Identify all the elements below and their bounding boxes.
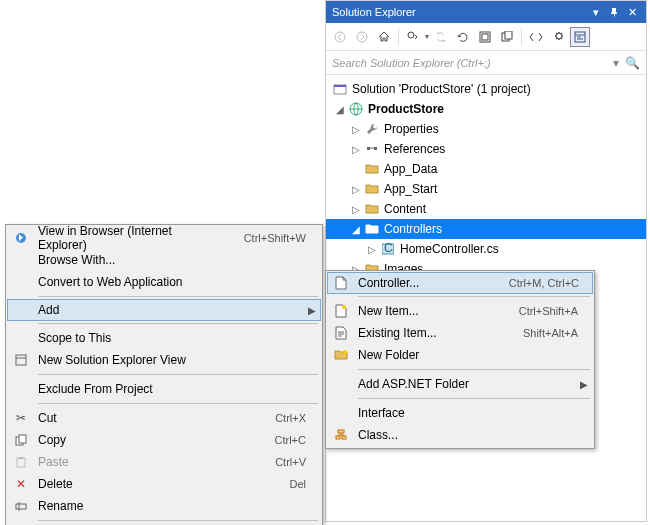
- folder-icon: [364, 221, 380, 237]
- copy-item[interactable]: Copy Ctrl+C: [8, 429, 320, 451]
- context-menu: View in Browser (Internet Explorer) Ctrl…: [5, 224, 323, 525]
- menu-shortcut: Shift+Alt+A: [523, 327, 578, 339]
- dropdown-button[interactable]: ▾: [588, 4, 604, 20]
- wrench-icon: [364, 121, 380, 137]
- add-aspnet-folder-item[interactable]: Add ASP.NET Folder ▶: [328, 373, 592, 395]
- svg-point-2: [408, 32, 414, 38]
- menu-shortcut: Ctrl+V: [275, 456, 306, 468]
- svg-point-22: [342, 305, 346, 309]
- expander-icon[interactable]: ▷: [350, 144, 362, 155]
- menu-separator: [38, 296, 318, 297]
- showall-icon[interactable]: [497, 27, 517, 47]
- search-box[interactable]: Search Solution Explorer (Ctrl+;) ▾ 🔍: [326, 51, 646, 75]
- sync-icon[interactable]: [403, 27, 423, 47]
- controllers-node[interactable]: ◢ Controllers: [326, 219, 646, 239]
- svg-point-23: [343, 350, 347, 354]
- svg-point-0: [335, 32, 345, 42]
- toolbar-separator: [521, 29, 522, 45]
- refresh2-icon[interactable]: [453, 27, 473, 47]
- expander-icon[interactable]: ▷: [350, 124, 362, 135]
- folder-icon: [364, 161, 380, 177]
- menu-label: Copy: [34, 433, 245, 447]
- rename-item[interactable]: Rename: [8, 495, 320, 517]
- class-icon: [328, 429, 354, 441]
- menu-label: View in Browser (Internet Explorer): [34, 224, 214, 252]
- node-label: Controllers: [384, 222, 442, 236]
- expander-icon[interactable]: ▷: [350, 184, 362, 195]
- submenu-arrow-icon: ▶: [580, 379, 588, 390]
- existing-file-icon: [328, 326, 354, 340]
- references-icon: [364, 141, 380, 157]
- code-icon[interactable]: [526, 27, 546, 47]
- csharp-icon: C#: [380, 241, 396, 257]
- menu-separator: [38, 323, 318, 324]
- back-icon[interactable]: [330, 27, 350, 47]
- home-icon[interactable]: [374, 27, 394, 47]
- svg-text:C#: C#: [384, 243, 394, 255]
- existing-item-item[interactable]: Existing Item... Shift+Alt+A: [328, 322, 592, 344]
- menu-label: Scope to This: [34, 331, 306, 345]
- file-icon: [328, 276, 354, 290]
- panel-titlebar: Solution Explorer ▾ ✕: [326, 1, 646, 23]
- svg-rect-20: [19, 457, 23, 459]
- menu-label: Class...: [354, 428, 578, 442]
- svg-rect-12: [374, 147, 377, 150]
- browser-icon: [8, 231, 34, 245]
- expander-icon[interactable]: ◢: [334, 104, 346, 115]
- tree-node[interactable]: App_Data: [326, 159, 646, 179]
- menu-label: Browse With...: [34, 253, 306, 267]
- tree-node[interactable]: ▷ App_Start: [326, 179, 646, 199]
- forward-icon[interactable]: [352, 27, 372, 47]
- panel-title: Solution Explorer: [332, 1, 586, 23]
- properties-icon[interactable]: [548, 27, 568, 47]
- convert-to-web-item[interactable]: Convert to Web Application: [8, 271, 320, 293]
- solution-node[interactable]: Solution 'ProductStore' (1 project): [326, 79, 646, 99]
- search-icon[interactable]: 🔍: [625, 56, 640, 70]
- tree-node[interactable]: ▷ References: [326, 139, 646, 159]
- search-dropdown-icon[interactable]: ▾: [613, 56, 619, 70]
- collapse-icon[interactable]: [475, 27, 495, 47]
- node-label: Content: [384, 202, 426, 216]
- tree-node[interactable]: ▷ C# HomeController.cs: [326, 239, 646, 259]
- browse-with-item[interactable]: Browse With...: [8, 249, 320, 271]
- delete-item[interactable]: ✕ Delete Del: [8, 473, 320, 495]
- menu-label: Cut: [34, 411, 245, 425]
- submenu-arrow-icon: ▶: [308, 305, 316, 316]
- tree: Solution 'ProductStore' (1 project) ◢ Pr…: [326, 75, 646, 303]
- menu-shortcut: Ctrl+Shift+W: [244, 232, 306, 244]
- expander-icon[interactable]: ▷: [350, 204, 362, 215]
- expander-icon[interactable]: ▷: [366, 244, 378, 255]
- cut-item[interactable]: ✂ Cut Ctrl+X: [8, 407, 320, 429]
- class-item[interactable]: Class...: [328, 424, 592, 446]
- exclude-item[interactable]: Exclude From Project: [8, 378, 320, 400]
- menu-separator: [38, 374, 318, 375]
- node-label: ProductStore: [368, 102, 444, 116]
- view-in-browser-item[interactable]: View in Browser (Internet Explorer) Ctrl…: [8, 227, 320, 249]
- menu-label: Interface: [354, 406, 578, 420]
- new-solution-explorer-item[interactable]: New Solution Explorer View: [8, 349, 320, 371]
- preview-icon[interactable]: [570, 27, 590, 47]
- scope-to-this-item[interactable]: Scope to This: [8, 327, 320, 349]
- node-label: Solution 'ProductStore' (1 project): [352, 82, 531, 96]
- dropdown-caret[interactable]: ▾: [425, 32, 429, 41]
- svg-rect-16: [16, 355, 26, 365]
- menu-label: New Solution Explorer View: [34, 353, 306, 367]
- pin-icon[interactable]: [606, 4, 622, 20]
- menu-label: Existing Item...: [354, 326, 493, 340]
- tree-node[interactable]: ▷ Content: [326, 199, 646, 219]
- close-icon[interactable]: ✕: [624, 4, 640, 20]
- interface-item[interactable]: Interface: [328, 402, 592, 424]
- new-folder-item[interactable]: New Folder: [328, 344, 592, 366]
- add-item[interactable]: Add ▶: [7, 299, 321, 321]
- menu-separator: [358, 369, 590, 370]
- tree-node[interactable]: ▷ Properties: [326, 119, 646, 139]
- svg-rect-18: [19, 435, 26, 443]
- svg-rect-11: [367, 147, 370, 150]
- new-item-item[interactable]: New Item... Ctrl+Shift+A: [328, 300, 592, 322]
- menu-shortcut: Ctrl+C: [275, 434, 306, 446]
- project-node[interactable]: ◢ ProductStore: [326, 99, 646, 119]
- svg-rect-26: [342, 436, 346, 439]
- refresh-icon[interactable]: [431, 27, 451, 47]
- controller-item[interactable]: Controller... Ctrl+M, Ctrl+C: [327, 272, 593, 294]
- expander-icon[interactable]: ◢: [350, 224, 362, 235]
